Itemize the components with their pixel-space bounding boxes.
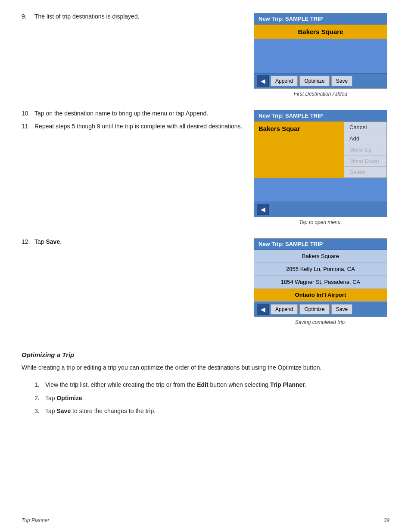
context-move-up[interactable]: Move Up — [344, 144, 386, 156]
screen1-save-button[interactable]: Save — [331, 76, 352, 86]
opt-step-2: 2. Tap Optimize. — [34, 393, 389, 403]
step-9-image: New Trip: SAMPLE TRIP Bakers Square ◀ Ap… — [252, 13, 389, 97]
footer-bar: Trip Planner 39 — [22, 517, 389, 523]
screen3-header: New Trip: SAMPLE TRIP — [254, 239, 387, 250]
screen1-back-button[interactable]: ◀ — [257, 75, 269, 87]
screen3-row-2[interactable]: 1854 Wagner St, Pasadena, CA — [254, 276, 387, 289]
opt-step-3-text: Tap Save to store the changes to the tri… — [45, 406, 156, 416]
screen3-optimize-button[interactable]: Optimize — [299, 304, 329, 314]
screen1-append-button[interactable]: Append — [271, 76, 298, 86]
step-10-image: New Trip: SAMPLE TRIP Bakers Squar Cance… — [252, 110, 389, 225]
opt-step-3-num: 3. — [34, 406, 45, 416]
opt-step-1: 1. View the trip list, either while crea… — [34, 380, 389, 389]
screen3-back-button[interactable]: ◀ — [257, 304, 269, 315]
step-9-content: The list of trip destinations is display… — [34, 13, 140, 20]
screen1-caption: First Destination Added — [294, 91, 347, 97]
screen1-empty — [254, 39, 387, 73]
screen3-append-button[interactable]: Append — [271, 304, 298, 314]
screen3-row-0[interactable]: Bakers Square — [254, 250, 387, 263]
screen1-optimize-button[interactable]: Optimize — [299, 76, 329, 86]
opt-step-3: 3. Tap Save to store the changes to the … — [34, 406, 389, 416]
screen3-caption: Saving completed trip. — [295, 319, 346, 325]
step-11-num: 11. — [22, 123, 34, 130]
screen2-context-row: Bakers Squar Cancel Add Move Up Move Dow… — [254, 121, 387, 178]
step-12-content: Tap Save. — [34, 238, 62, 245]
screen2-footer: ◀ — [254, 202, 387, 217]
screen2-caption: Tap to open menu. — [299, 219, 342, 225]
screen1-destination[interactable]: Bakers Square — [254, 25, 387, 39]
opt-step-2-text: Tap Optimize. — [45, 393, 84, 403]
footer-left: Trip Planner — [22, 517, 49, 523]
screen-3: New Trip: SAMPLE TRIP Bakers Square 2855… — [254, 238, 387, 317]
screen3-save-button[interactable]: Save — [331, 304, 352, 314]
step-10-11-block: 10. Tap on the destination name to bring… — [22, 110, 389, 225]
footer-right: 39 — [384, 517, 389, 523]
step-10-11-text: 10. Tap on the destination name to bring… — [22, 110, 252, 130]
screen1-footer: ◀ Append Optimize Save — [254, 73, 387, 88]
step-12-image: New Trip: SAMPLE TRIP Bakers Square 2855… — [252, 238, 389, 325]
screen3-row-3[interactable]: Ontario Int'l Airport — [254, 289, 387, 302]
step-12-text: 12. Tap Save. — [22, 238, 252, 245]
screen3-footer: ◀ Append Optimize Save — [254, 302, 387, 317]
context-add[interactable]: Add — [344, 133, 386, 144]
context-move-down[interactable]: Move Down — [344, 156, 386, 167]
optimizing-sub-steps: 1. View the trip list, either while crea… — [34, 380, 389, 416]
screen1-header: New Trip: SAMPLE TRIP — [254, 13, 387, 25]
step-10-content: Tap on the destination name to bring up … — [34, 110, 208, 117]
screen-1: New Trip: SAMPLE TRIP Bakers Square ◀ Ap… — [254, 13, 387, 89]
screen-2: New Trip: SAMPLE TRIP Bakers Squar Cance… — [254, 110, 387, 217]
opt-step-1-text: View the trip list, either while creatin… — [45, 380, 307, 389]
section-title: Optimizing a Trip — [22, 351, 389, 358]
optimizing-intro: While creating a trip or editing a trip … — [22, 363, 389, 372]
screen2-empty — [254, 178, 387, 202]
opt-step-2-num: 2. — [34, 393, 45, 403]
optimizing-intro-text: While creating a trip or editing a trip … — [22, 364, 322, 371]
context-delete[interactable]: Delete — [344, 167, 386, 177]
step-12-num: 12. — [22, 238, 34, 245]
step-10-num: 10. — [22, 110, 34, 117]
step-9-text: 9. The list of trip destinations is disp… — [22, 13, 252, 20]
step-12-block: 12. Tap Save. New Trip: SAMPLE TRIP Bake… — [22, 238, 389, 325]
screen2-context-menu: Cancel Add Move Up Move Down Delete — [344, 121, 387, 178]
context-cancel[interactable]: Cancel — [344, 122, 386, 133]
screen2-header: New Trip: SAMPLE TRIP — [254, 110, 387, 121]
screen3-row-1[interactable]: 2855 Kelly Ln, Pomona, CA — [254, 263, 387, 276]
screen2-destination[interactable]: Bakers Squar — [254, 121, 344, 178]
screen2-back-button[interactable]: ◀ — [257, 204, 269, 215]
opt-step-1-num: 1. — [34, 380, 45, 389]
step-11-content: Repeat steps 5 though 9 until the trip i… — [34, 123, 243, 130]
step-9-num: 9. — [22, 13, 34, 20]
step-9-block: 9. The list of trip destinations is disp… — [22, 13, 389, 97]
